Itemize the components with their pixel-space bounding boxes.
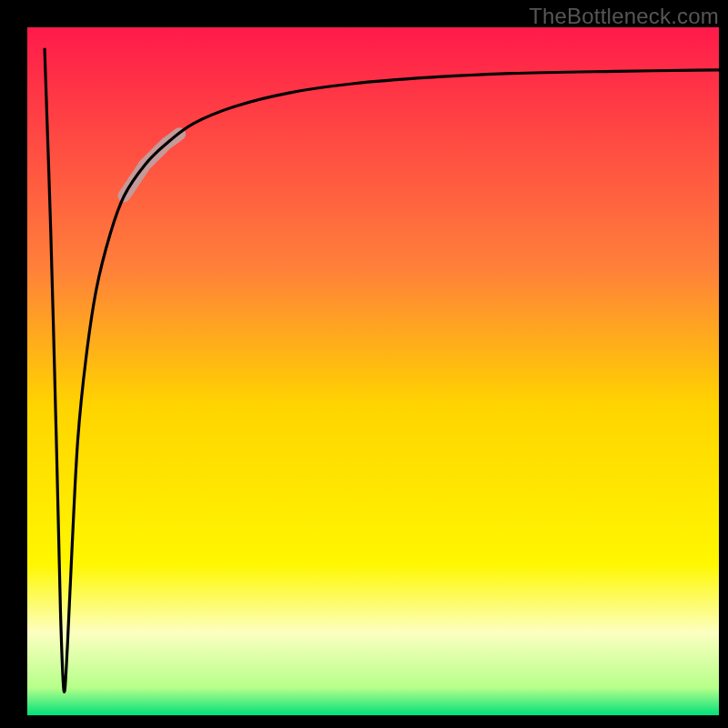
chart-container: TheBottleneck.com (0, 0, 728, 728)
bottleneck-chart (0, 0, 728, 728)
plot-background (27, 27, 719, 715)
watermark-text: TheBottleneck.com (529, 4, 719, 29)
